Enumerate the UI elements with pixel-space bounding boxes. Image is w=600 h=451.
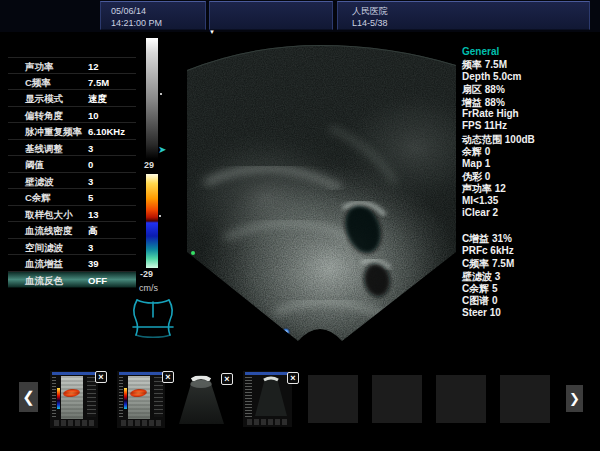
velocity-min-label: -29 — [140, 269, 153, 279]
info-persistence: 余辉 0 — [462, 145, 598, 157]
empty-thumbnail-slot — [308, 375, 358, 423]
thumb-bmode-image — [61, 376, 83, 419]
velocity-unit-label: cm/s — [139, 283, 158, 293]
top-bar: 05/06/14 14:21:00 PM 人民医院 L14-5/38 — [0, 0, 600, 32]
grayscale-bar — [146, 38, 158, 159]
info-framerate: FrRate High — [462, 108, 598, 120]
hospital-name: 人民医院 — [352, 5, 589, 17]
thumbnail-1-close-button[interactable]: × — [95, 371, 107, 383]
thumb-info-column — [154, 377, 163, 417]
param-row-threshold[interactable]: 阈值 0 — [8, 156, 136, 173]
param-row-spatial-filter[interactable]: 空间滤波 3 — [8, 239, 136, 256]
thumbnail-doppler-2[interactable] — [117, 371, 165, 428]
info-gain: 增益 88% — [462, 96, 598, 108]
info-c-frequency: C频率 7.5M — [462, 257, 598, 269]
next-thumbnails-button[interactable]: ❯ — [566, 385, 583, 412]
thumbnail-4-close-button[interactable]: × — [287, 372, 299, 384]
param-row-flow-gain[interactable]: 血流增益 39 — [8, 255, 136, 272]
baseline-marker-dot — [159, 215, 161, 217]
prev-thumbnails-button[interactable]: ❮ — [19, 382, 38, 412]
param-value: 10 — [88, 110, 99, 121]
sector-content — [180, 33, 472, 349]
body-marker-icon[interactable] — [126, 296, 180, 340]
param-label: 空间滤波 — [25, 242, 63, 255]
param-value: 3 — [88, 242, 93, 253]
cursor-arrow-icon: ➤ — [158, 144, 166, 155]
empty-thumbnail-slot — [372, 375, 422, 423]
param-value: 7.5M — [88, 77, 109, 88]
param-row-line-density[interactable]: 血流线密度 高 — [8, 222, 136, 239]
reference-dot-blue — [281, 327, 291, 337]
param-label: C频率 — [25, 77, 51, 90]
thumb-mini-strip — [247, 419, 287, 425]
info-steer: Steer 10 — [462, 307, 598, 319]
param-row-baseline[interactable]: 基线调整 3 — [8, 140, 136, 157]
close-icon: × — [224, 374, 229, 384]
thumbnail-bmode-1[interactable] — [177, 372, 226, 427]
image-info-panel: General 频率 7.5M Depth 5.0cm 扇区 88% 增益 88… — [462, 46, 598, 319]
info-acoustic-power: 声功率 12 — [462, 182, 598, 194]
param-row-flow-invert-selected[interactable]: 血流反色 OFF — [8, 272, 136, 289]
thumb-doppler-blob — [63, 388, 81, 398]
info-fps: FPS 11Hz — [462, 120, 598, 132]
chevron-left-icon: ❮ — [22, 388, 35, 405]
param-label: 阈值 — [25, 159, 44, 172]
info-mi: MI<1.35 — [462, 195, 598, 207]
param-value: 3 — [88, 176, 93, 187]
close-icon: × — [290, 373, 295, 383]
thumb-param-column — [245, 377, 252, 417]
preset-name: General — [462, 46, 598, 58]
param-label: 基线调整 — [25, 143, 63, 156]
thumb-colorbar — [124, 388, 127, 409]
thumb-param-column — [119, 377, 123, 417]
close-icon: × — [165, 372, 170, 382]
probe-model: L14-5/38 — [352, 17, 589, 29]
patient-info-box — [209, 1, 333, 30]
info-sector: 扇区 88% — [462, 83, 598, 95]
param-row-c-persistence[interactable]: C余辉 5 — [8, 189, 136, 206]
param-label: 显示模式 — [25, 93, 63, 106]
ultrasound-image[interactable] — [180, 33, 472, 349]
info-c-map: C图谱 0 — [462, 294, 598, 306]
empty-thumbnail-slot — [436, 375, 486, 423]
info-spacer — [462, 219, 598, 232]
thumb-colorbar — [57, 388, 60, 409]
close-icon: × — [98, 372, 103, 382]
param-row-wall-filter[interactable]: 壁滤波 3 — [8, 173, 136, 190]
param-value: 12 — [88, 61, 99, 72]
param-label: 血流增益 — [25, 258, 63, 271]
param-row-c-frequency[interactable]: C频率 7.5M — [8, 74, 136, 91]
param-row-acoustic-power[interactable]: 声功率 12 — [8, 57, 136, 74]
thumb-bmode-image — [128, 376, 150, 419]
param-label: C余辉 — [25, 192, 51, 205]
info-dynamic-range: 动态范围 100dB — [462, 133, 598, 145]
param-row-packet-size[interactable]: 取样包大小 13 — [8, 206, 136, 223]
info-pseudocolor: 伪彩 0 — [462, 170, 598, 182]
thumbnail-2-close-button[interactable]: × — [162, 371, 174, 383]
param-label: 声功率 — [25, 61, 54, 74]
param-row-display-mode[interactable]: 显示模式 速度 — [8, 90, 136, 107]
param-value: 5 — [88, 192, 93, 203]
param-row-prf[interactable]: 脉冲重复频率 6.10KHz — [8, 123, 136, 140]
param-label: 偏转角度 — [25, 110, 63, 123]
param-label: 血流线密度 — [25, 225, 73, 238]
chevron-right-icon: ❯ — [569, 391, 580, 406]
thumb-mini-strip — [54, 420, 94, 426]
info-map: Map 1 — [462, 158, 598, 170]
param-value: OFF — [88, 275, 107, 286]
thumbnail-3-close-button[interactable]: × — [221, 373, 233, 385]
param-value: 3 — [88, 143, 93, 154]
thumbnail-doppler-1[interactable] — [50, 371, 98, 428]
hospital-box: 人民医院 L14-5/38 — [337, 1, 590, 30]
info-prfc: PRFc 6kHz — [462, 245, 598, 257]
date-text: 05/06/14 — [111, 5, 205, 17]
thumbnail-bmode-2[interactable] — [243, 371, 292, 427]
datetime-box: 05/06/14 14:21:00 PM — [100, 1, 206, 30]
info-wall-filter: 壁滤波 3 — [462, 270, 598, 282]
param-label: 取样包大小 — [25, 209, 73, 222]
thumb-titlebar — [52, 372, 96, 375]
param-label: 壁滤波 — [25, 176, 54, 189]
color-velocity-bar — [146, 174, 158, 268]
thumb-sector-shape — [177, 372, 226, 427]
param-row-steer-angle[interactable]: 偏转角度 10 — [8, 107, 136, 124]
